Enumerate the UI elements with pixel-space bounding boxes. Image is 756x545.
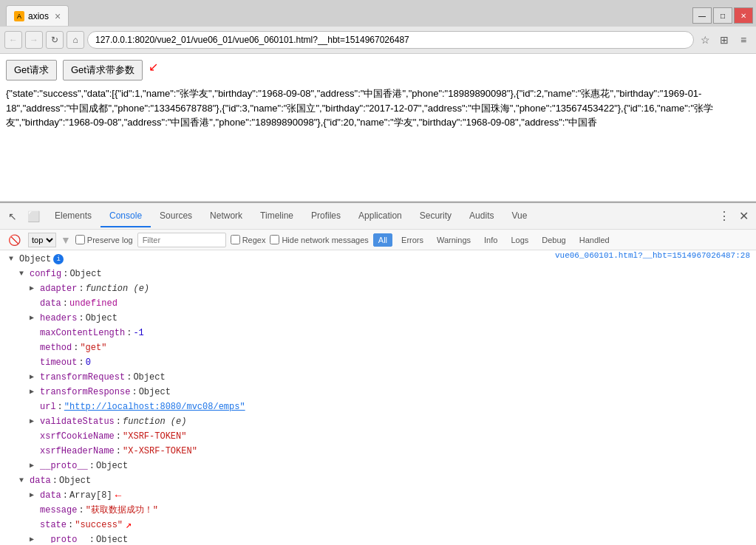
tree-value-data-obj: Object — [59, 474, 91, 487]
tree-value-method: "get" — [80, 341, 106, 354]
hide-network-checkbox[interactable] — [270, 235, 279, 244]
window-controls: — □ ✕ — [692, 7, 756, 24]
forward-button[interactable]: → — [25, 31, 43, 49]
expand-arrow-headers[interactable]: ▶ — [30, 312, 40, 325]
console-row-object-root: ▼ Object i ▼ config : Object ▶ adapter — [0, 250, 756, 543]
tab-close-button[interactable]: × — [55, 10, 61, 22]
star-icon[interactable]: ☆ — [697, 32, 713, 48]
tree-row-message: message : "获取数据成功！" — [3, 503, 552, 518]
tab-audits[interactable]: Audits — [460, 205, 503, 227]
page-data-text: {"state":"success","data":[{"id":1,"name… — [6, 86, 750, 130]
tree-key-headers: headers — [40, 312, 77, 325]
tree-row-adapter: ▶ adapter : function (e) — [3, 281, 552, 296]
devtools-menu-icon[interactable]: ⋮ — [714, 209, 735, 223]
tab-vue[interactable]: Vue — [503, 205, 536, 227]
regex-checkbox-label[interactable]: Regex — [231, 235, 266, 244]
tree-key-url: url — [40, 400, 56, 414]
block-icon[interactable]: 🚫 — [4, 230, 24, 250]
console-toolbar: 🚫 top ▼ Preserve log Regex Hide network … — [0, 230, 756, 250]
extensions-icon[interactable]: ⊞ — [716, 32, 732, 48]
tab-elements[interactable]: Elements — [46, 205, 101, 227]
reload-button[interactable]: ↻ — [46, 31, 64, 49]
inspect-icon[interactable]: ⬜ — [24, 207, 43, 226]
maximize-button[interactable]: □ — [713, 7, 732, 24]
tree-row-proto1: ▶ __proto__ : Object — [3, 459, 552, 473]
address-input[interactable] — [87, 31, 694, 49]
devtools-panel: ↖ ⬜ Elements Console Sources Network Tim… — [0, 202, 756, 543]
tab-security[interactable]: Security — [411, 205, 460, 227]
tree-key-config: config — [30, 267, 61, 281]
expand-arrow-validatestatus[interactable]: ▶ — [30, 415, 40, 428]
home-button[interactable]: ⌂ — [67, 31, 84, 49]
expand-arrow-root[interactable]: ▼ — [9, 253, 19, 266]
back-button[interactable]: ← — [4, 31, 22, 49]
tab-title: axios — [28, 11, 49, 21]
page-content: Get请求 Get请求带参数 ↙ {"state":"success","dat… — [0, 54, 756, 202]
cursor-icon[interactable]: ↖ — [3, 207, 22, 226]
expand-arrow-proto2[interactable]: ▶ — [30, 533, 40, 543]
expand-arrow-transformrequest[interactable]: ▶ — [30, 371, 40, 384]
get-request-button[interactable]: Get请求 — [6, 60, 57, 80]
tree-row-data-undef: data : undefined — [3, 296, 552, 311]
filter-handled-button[interactable]: Handled — [575, 234, 614, 246]
browser-tab[interactable]: A axios × — [6, 5, 69, 26]
object-root-content: ▼ Object i ▼ config : Object ▶ adapter — [0, 251, 555, 543]
page-buttons: Get请求 Get请求带参数 ↙ — [6, 60, 750, 80]
tree-value-url[interactable]: "http://localhost:8080/mvc08/emps" — [64, 400, 245, 414]
tree-key-adapter: adapter — [40, 282, 77, 295]
console-filter-input[interactable] — [137, 233, 226, 247]
filter-debug-button[interactable]: Debug — [537, 234, 570, 246]
preserve-log-checkbox[interactable] — [75, 235, 85, 244]
regex-label: Regex — [242, 236, 266, 244]
filter-errors-button[interactable]: Errors — [397, 234, 428, 246]
filter-logs-button[interactable]: Logs — [506, 234, 533, 246]
tab-bar: A axios × — □ ✕ — [0, 0, 756, 27]
preserve-log-checkbox-label[interactable]: Preserve log — [75, 235, 133, 244]
expand-arrow-config[interactable]: ▼ — [19, 267, 30, 281]
tree-value-proto2: Object — [96, 533, 128, 543]
tab-console[interactable]: Console — [101, 205, 151, 227]
hide-network-checkbox-label[interactable]: Hide network messages — [270, 235, 368, 244]
devtools-toolbar: ↖ ⬜ Elements Console Sources Network Tim… — [0, 203, 756, 230]
tree-key-xsrfheader: xsrfHeaderName — [40, 445, 115, 458]
close-button[interactable]: ✕ — [734, 7, 753, 24]
tree-row-root: ▼ Object i — [3, 252, 552, 267]
tree-value-maxcontent: -1 — [133, 326, 143, 340]
tree-key-proto2: __proto__ — [40, 533, 88, 543]
expand-arrow-adapter[interactable]: ▶ — [30, 282, 40, 295]
devtools-icon-group: ↖ ⬜ — [3, 207, 43, 226]
tree-row-transformresponse: ▶ transformResponse : Object — [3, 385, 552, 400]
regex-checkbox[interactable] — [231, 235, 240, 244]
tree-value-timeout: 0 — [86, 356, 91, 369]
tree-key-maxcontent: maxContentLength — [40, 326, 125, 340]
expand-arrow-data-obj[interactable]: ▼ — [19, 474, 30, 487]
tree-value-xsrfheader: "X-XSRF-TOKEN" — [123, 445, 197, 458]
tree-value-config: Object — [69, 267, 101, 281]
tree-key-state: state — [40, 518, 67, 532]
filter-all-button[interactable]: All — [373, 233, 392, 247]
tab-timeline[interactable]: Timeline — [251, 205, 302, 227]
get-request-params-button[interactable]: Get请求带参数 — [63, 60, 143, 80]
tree-key-method: method — [40, 341, 72, 354]
filter-warnings-button[interactable]: Warnings — [432, 234, 475, 246]
console-row-source[interactable]: vue06_060101.html?__hbt=1514967026487:28 — [555, 251, 756, 543]
expand-arrow-transformresponse[interactable]: ▶ — [30, 385, 40, 399]
devtools-right-icons: ⋮ ✕ — [714, 209, 753, 223]
tab-network[interactable]: Network — [201, 205, 251, 227]
tab-sources[interactable]: Sources — [151, 205, 201, 227]
tree-row-transformrequest: ▶ transformRequest : Object — [3, 370, 552, 385]
red-arrow-data-arr: ← — [115, 489, 121, 502]
expand-arrow-data-arr[interactable]: ▶ — [30, 489, 40, 502]
context-selector[interactable]: top — [28, 233, 56, 247]
menu-icon[interactable]: ≡ — [735, 32, 752, 48]
devtools-close-icon[interactable]: ✕ — [735, 209, 753, 223]
minimize-button[interactable]: — — [692, 7, 712, 24]
tree-row-validatestatus: ▶ validateStatus : function (e) — [3, 414, 552, 429]
preserve-log-label: Preserve log — [87, 236, 133, 244]
tree-row-url: url : "http://localhost:8080/mvc08/emps" — [3, 400, 552, 414]
filter-info-button[interactable]: Info — [480, 234, 502, 246]
tab-profiles[interactable]: Profiles — [302, 205, 350, 227]
tree-value-validatestatus: function (e) — [123, 415, 186, 428]
tab-application[interactable]: Application — [350, 205, 411, 227]
expand-arrow-proto1[interactable]: ▶ — [30, 459, 40, 473]
